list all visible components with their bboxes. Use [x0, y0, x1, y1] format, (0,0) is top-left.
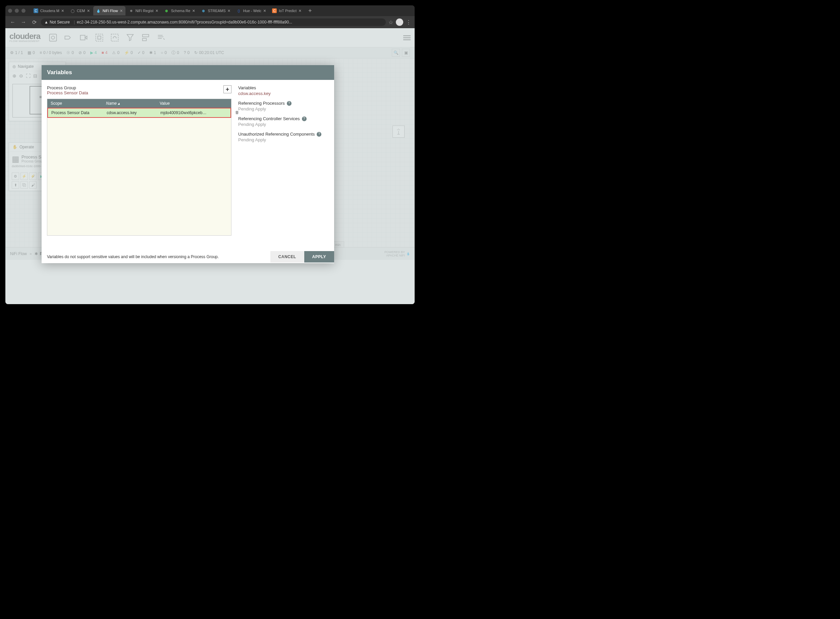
- tab-label: STREAMS: [207, 9, 225, 13]
- stat-bytes: ≡ 0 / 0 bytes: [40, 50, 62, 55]
- variables-table: Scope Name ▴ Value Process Sensor Data c…: [47, 99, 231, 236]
- tab-close-icon[interactable]: ×: [298, 8, 301, 13]
- process-group-icon[interactable]: [93, 31, 106, 44]
- browser-window: CCloudera M× ◯CEM× 💧NiFi Flow× ❄NiFi Reg…: [5, 5, 415, 304]
- url-bar[interactable]: ▲ Not Secure | ec2-34-218-250-50.us-west…: [41, 18, 386, 26]
- cell-value: mjdo40091i0wxt6pkcebil...: [157, 108, 211, 117]
- delete-variable-button[interactable]: 🗑: [234, 109, 240, 116]
- tab-close-icon[interactable]: ×: [192, 8, 195, 13]
- svg-rect-4: [111, 34, 118, 41]
- pending-apply: Pending Apply: [238, 106, 329, 111]
- url-text: ec2-34-218-250-50.us-west-2.compute.amaz…: [77, 20, 292, 24]
- copy-button[interactable]: ⿻: [21, 181, 28, 188]
- app-content: cloudera FLOW MANAGEMENT ⚙ 1 / 1 ▦ 0 ≡ 0…: [5, 28, 415, 304]
- actual-icon[interactable]: ⊟: [33, 73, 37, 79]
- bookmark-icon[interactable]: ☆: [388, 19, 393, 25]
- stat-groups: ⚙ 1 / 1: [10, 50, 23, 55]
- hamburger-menu[interactable]: [403, 34, 410, 41]
- table-header: Scope Name ▴ Value: [47, 99, 231, 108]
- new-tab-button[interactable]: +: [306, 7, 314, 15]
- enable-button[interactable]: ⚡: [21, 172, 28, 180]
- search-button[interactable]: 🔍: [392, 49, 400, 57]
- processor-icon[interactable]: [46, 31, 60, 44]
- apply-button[interactable]: APPLY: [304, 251, 334, 263]
- svg-rect-0: [50, 34, 57, 41]
- tab-label: NiFi Flow: [103, 9, 118, 13]
- input-port-icon[interactable]: [62, 31, 75, 44]
- funnel-icon[interactable]: [124, 31, 137, 44]
- bulletin-button[interactable]: ▣: [402, 49, 410, 57]
- help-icon[interactable]: ?: [317, 132, 321, 137]
- tab-label: Cloudera M: [40, 9, 60, 13]
- disable-button[interactable]: ⚡̸: [29, 172, 37, 180]
- cell-scope: Process Sensor Data: [48, 108, 103, 117]
- tab-close-icon[interactable]: ×: [61, 8, 64, 13]
- stat-stopped: ■ 4: [101, 50, 108, 55]
- nav-bar: ← → ⟳ ▲ Not Secure | ec2-34-218-250-50.u…: [5, 16, 415, 28]
- variable-name: cdsw.access.key: [238, 91, 329, 96]
- tab-close-icon[interactable]: ×: [87, 8, 90, 13]
- tab-cem[interactable]: ◯CEM×: [67, 6, 93, 15]
- tab-label: Hue - Welc: [243, 9, 261, 13]
- security-warning: ▲ Not Secure: [44, 20, 70, 24]
- output-port-icon[interactable]: [77, 31, 91, 44]
- color-button[interactable]: 🖌: [29, 181, 37, 188]
- maximize-dot[interactable]: [21, 9, 25, 13]
- breadcrumb-root[interactable]: NiFi Flow: [10, 251, 27, 256]
- svg-rect-3: [98, 36, 101, 39]
- tab-schema[interactable]: ⬢Schema Re×: [162, 6, 198, 15]
- back-button[interactable]: ←: [9, 18, 17, 26]
- zoom-out-icon[interactable]: ⊖: [19, 73, 23, 79]
- tab-iot[interactable]: CIoT Predict×: [269, 6, 304, 15]
- stat-validating: ✓ 0: [137, 50, 145, 55]
- close-dot[interactable]: [8, 9, 12, 13]
- unauth-label: Unauthorized Referencing Components?: [238, 132, 329, 137]
- variable-row[interactable]: Process Sensor Data cdsw.access.key mjdo…: [47, 108, 231, 118]
- column-scope[interactable]: Scope: [47, 99, 103, 108]
- tab-hue[interactable]: ()Hue - Welc×: [234, 6, 269, 15]
- template-icon[interactable]: [139, 31, 152, 44]
- stat-versioned: ✱ 1: [149, 50, 156, 55]
- help-icon[interactable]: ?: [287, 101, 291, 106]
- add-variable-button[interactable]: +: [224, 85, 231, 93]
- stat-invalid: ⚠ 0: [112, 50, 119, 55]
- processor-node[interactable]: [392, 126, 404, 138]
- forward-button[interactable]: →: [19, 18, 27, 26]
- ref-controller-label: Referencing Controller Services?: [238, 116, 329, 121]
- dialog-footer: Variables do not support sensitive value…: [42, 250, 334, 263]
- logo-text: cloudera: [9, 33, 40, 40]
- tab-nifi-registry[interactable]: ❄NiFi Regist×: [126, 6, 161, 15]
- tab-close-icon[interactable]: ×: [156, 8, 158, 13]
- svg-rect-6: [143, 38, 146, 40]
- stats-bar: ⚙ 1 / 1 ▦ 0 ≡ 0 / 0 bytes ☉ 0 ⊘ 0 ▶ 4 ■ …: [5, 47, 415, 58]
- profile-avatar[interactable]: [396, 18, 403, 26]
- column-name[interactable]: Name ▴: [103, 99, 156, 108]
- zoom-in-icon[interactable]: ⊕: [12, 73, 16, 79]
- minimize-dot[interactable]: [15, 9, 19, 13]
- tab-cloudera[interactable]: CCloudera M×: [31, 6, 67, 15]
- stat-stale: ? 0: [184, 50, 189, 55]
- column-value[interactable]: Value: [156, 99, 231, 108]
- remote-group-icon[interactable]: [108, 31, 121, 44]
- tab-close-icon[interactable]: ×: [228, 8, 230, 13]
- label-icon[interactable]: [154, 31, 168, 44]
- reload-button[interactable]: ⟳: [30, 18, 38, 26]
- pending-apply: Pending Apply: [238, 137, 329, 142]
- menu-icon[interactable]: ⋮: [406, 19, 411, 25]
- svg-rect-2: [96, 34, 103, 41]
- tab-nifi-flow[interactable]: 💧NiFi Flow×: [93, 6, 125, 15]
- tab-close-icon[interactable]: ×: [120, 8, 123, 13]
- upload-button[interactable]: ⬆: [12, 181, 19, 188]
- help-icon[interactable]: ?: [302, 117, 307, 121]
- fit-icon[interactable]: ⛶: [26, 73, 31, 79]
- stat-sync: ○ 0: [161, 50, 167, 55]
- dialog-title: Variables: [42, 65, 334, 80]
- configure-button[interactable]: ⚙: [12, 172, 19, 180]
- tab-streams[interactable]: ⬢STREAMS×: [198, 6, 233, 15]
- process-group-name: Process Sensor Data: [47, 90, 88, 95]
- tab-close-icon[interactable]: ×: [263, 8, 266, 13]
- cancel-button[interactable]: CANCEL: [270, 251, 304, 263]
- logo: cloudera FLOW MANAGEMENT: [9, 33, 40, 43]
- tab-label: NiFi Regist: [136, 9, 154, 13]
- window-controls: [8, 9, 31, 13]
